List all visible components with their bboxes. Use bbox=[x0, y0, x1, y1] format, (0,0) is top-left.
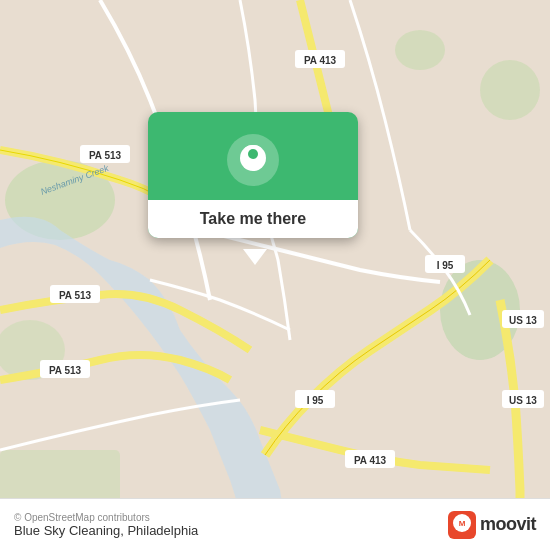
map-container: PA 513 PA 413 PA 513 PA 513 I 95 I 95 US… bbox=[0, 0, 550, 550]
svg-text:M: M bbox=[459, 519, 466, 528]
osm-attribution: © OpenStreetMap contributors bbox=[14, 512, 198, 523]
svg-point-5 bbox=[0, 320, 65, 380]
svg-text:PA 413: PA 413 bbox=[354, 455, 387, 466]
svg-text:Neshaminy Creek: Neshaminy Creek bbox=[39, 163, 110, 197]
svg-rect-19 bbox=[502, 310, 544, 328]
location-label: Blue Sky Cleaning, Philadelphia bbox=[14, 523, 198, 538]
svg-text:US 13: US 13 bbox=[509, 395, 537, 406]
moovit-logo: M moovit bbox=[448, 511, 536, 539]
svg-rect-23 bbox=[345, 450, 395, 468]
svg-point-2 bbox=[440, 260, 520, 360]
svg-text:I 95: I 95 bbox=[307, 395, 324, 406]
take-me-there-button[interactable]: Take me there bbox=[148, 200, 358, 238]
svg-point-29 bbox=[248, 149, 258, 159]
svg-point-4 bbox=[395, 30, 445, 70]
svg-point-3 bbox=[480, 60, 540, 120]
svg-text:PA 513: PA 513 bbox=[89, 150, 122, 161]
card-icon-area bbox=[227, 112, 279, 200]
svg-text:PA 513: PA 513 bbox=[59, 290, 92, 301]
bottom-bar: © OpenStreetMap contributors Blue Sky Cl… bbox=[0, 498, 550, 550]
svg-rect-15 bbox=[425, 255, 465, 273]
svg-rect-17 bbox=[295, 390, 335, 408]
moovit-text-label: moovit bbox=[480, 514, 536, 535]
svg-point-1 bbox=[5, 160, 115, 240]
moovit-brand-icon: M bbox=[448, 511, 476, 539]
location-card: Take me there bbox=[148, 112, 358, 238]
svg-rect-13 bbox=[40, 360, 90, 378]
svg-rect-0 bbox=[0, 0, 550, 550]
svg-text:US 13: US 13 bbox=[509, 315, 537, 326]
svg-rect-9 bbox=[295, 50, 345, 68]
bottom-bar-left: © OpenStreetMap contributors Blue Sky Cl… bbox=[14, 512, 198, 538]
svg-rect-21 bbox=[502, 390, 544, 408]
location-pin-icon bbox=[227, 134, 279, 186]
svg-rect-7 bbox=[80, 145, 130, 163]
card-tail bbox=[243, 249, 267, 265]
svg-text:PA 513: PA 513 bbox=[49, 365, 82, 376]
svg-text:I 95: I 95 bbox=[437, 260, 454, 271]
svg-text:PA 413: PA 413 bbox=[304, 55, 337, 66]
svg-rect-11 bbox=[50, 285, 100, 303]
